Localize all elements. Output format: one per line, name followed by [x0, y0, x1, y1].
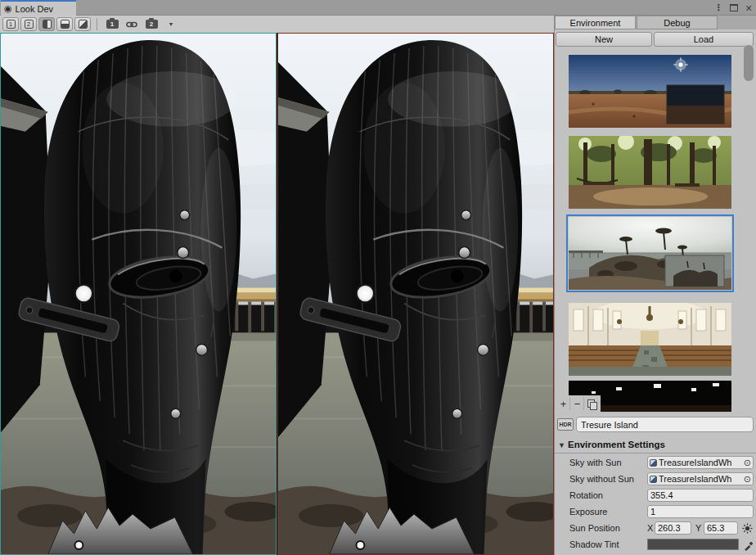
duplicate-icon	[587, 399, 596, 408]
sun-y-axis-label: Y	[695, 521, 701, 535]
exposure-label: Exposure	[569, 504, 607, 519]
sun-icon	[742, 523, 753, 534]
camera-1-button[interactable]: 1	[103, 17, 121, 31]
title-bar: ◉ Look Dev ⋮ ×	[0, 0, 756, 16]
sky-with-sun-row: Sky with Sun TreasureIslandWh ⊙	[555, 455, 756, 470]
side-by-side-view-button[interactable]	[38, 17, 55, 31]
camera-2-icon: 2	[146, 20, 158, 29]
sky-without-sun-label: Sky without Sun	[569, 472, 634, 486]
render-viewport[interactable]	[0, 33, 554, 555]
window-menu-icon[interactable]: ⋮	[712, 0, 725, 16]
tab-debug[interactable]: Debug	[637, 16, 718, 29]
add-hdri-button[interactable]: +	[557, 397, 570, 410]
sun-x-axis-label: X	[647, 521, 653, 535]
render-scene-1	[1, 34, 276, 554]
tab-environment[interactable]: Environment	[555, 16, 636, 29]
new-button[interactable]: New	[556, 32, 652, 47]
render-view-2[interactable]	[277, 33, 554, 555]
sun-x-field[interactable]	[655, 521, 691, 535]
hdri-thumbnail-forest[interactable]	[569, 136, 731, 209]
sky-with-sun-label: Sky with Sun	[569, 455, 622, 470]
cubemap-icon	[650, 459, 657, 467]
camera-1-icon: 1	[106, 20, 119, 29]
sun-y-field[interactable]	[704, 521, 738, 535]
diagonal-split-icon	[79, 20, 88, 29]
desert-hdri-image	[569, 55, 731, 128]
tab-title: Look Dev	[16, 4, 53, 14]
camera-2-button[interactable]: 2	[142, 17, 160, 31]
thumbnail-scrollbar[interactable]	[744, 45, 754, 81]
eyedropper-button[interactable]	[742, 539, 754, 551]
panel-tab-strip: Environment Debug	[555, 16, 756, 29]
hdri-thumbnail-desert[interactable]	[569, 55, 731, 128]
tab-look-dev[interactable]: ◉ Look Dev	[1, 0, 76, 16]
hdri-list-actions: + −	[555, 395, 601, 412]
zone-view-button[interactable]	[74, 17, 91, 31]
hdri-thumbnail-treasure-island[interactable]	[569, 217, 731, 290]
hdri-thumbnail-church[interactable]	[569, 303, 731, 376]
hdr-name-row: HDR	[555, 416, 756, 433]
hdr-name-field[interactable]	[576, 417, 754, 432]
lookdev-toolbar: 1 2 1 2 ▼	[0, 16, 554, 33]
split-view-button[interactable]	[56, 17, 73, 31]
exposure-row: Exposure	[555, 504, 756, 519]
hdr-badge: HDR	[557, 418, 574, 431]
rotation-label: Rotation	[569, 488, 603, 503]
toolbar-separator	[97, 18, 97, 30]
single-view-2-button[interactable]: 2	[20, 17, 37, 31]
chevron-down-icon: ▼	[169, 21, 174, 27]
load-button[interactable]: Load	[654, 32, 754, 47]
sky-without-sun-object-field[interactable]: TreasureIslandWh ⊙	[647, 472, 754, 485]
object-picker-icon[interactable]: ⊙	[744, 475, 751, 484]
exposure-field[interactable]	[647, 505, 754, 518]
sun-gizmo-button[interactable]	[741, 522, 754, 535]
maximize-icon[interactable]	[727, 0, 740, 16]
hdri-thumbnail-list	[555, 49, 756, 412]
render-view-1[interactable]	[0, 33, 277, 555]
environment-settings-header[interactable]: ▼ Environment Settings	[555, 439, 756, 453]
camera-dropdown-button[interactable]: ▼	[162, 17, 180, 31]
vertical-split-icon	[43, 20, 52, 29]
link-icon	[126, 21, 137, 28]
treasure-island-hdri-image	[569, 217, 731, 290]
horizontal-split-icon	[61, 20, 70, 29]
lookdev-window: ◉ Look Dev ⋮ × 1 2 1 2 ▼	[0, 0, 756, 555]
island-inset-preview	[665, 255, 724, 287]
eyedropper-icon	[743, 539, 754, 551]
shadow-tint-label: Shadow Tint	[569, 537, 619, 552]
sky-without-sun-row: Sky without Sun TreasureIslandWh ⊙	[555, 472, 756, 486]
rotation-row: Rotation	[555, 488, 756, 503]
render-scene-2	[278, 34, 553, 554]
single-view-1-button[interactable]: 1	[2, 17, 19, 31]
shadow-tint-row: Shadow Tint	[555, 537, 756, 552]
forest-hdri-image	[569, 136, 731, 209]
church-hdri-image	[569, 303, 731, 376]
link-cameras-button[interactable]	[123, 17, 141, 31]
sun-position-label: Sun Position	[569, 521, 620, 535]
close-icon[interactable]: ×	[742, 0, 755, 16]
environment-panel: Environment Debug New Load	[554, 16, 756, 555]
rotation-field[interactable]	[647, 489, 754, 502]
lookdev-eye-icon: ◉	[4, 4, 12, 13]
cubemap-icon	[650, 476, 657, 483]
sun-position-row: Sun Position X Y	[555, 521, 756, 535]
duplicate-hdri-button[interactable]	[585, 397, 598, 410]
foldout-triangle-icon[interactable]: ▼	[558, 441, 565, 449]
object-picker-icon[interactable]: ⊙	[744, 458, 751, 467]
desert-inset-preview	[667, 85, 724, 124]
shadow-tint-swatch[interactable]	[647, 539, 739, 550]
sky-with-sun-object-field[interactable]: TreasureIslandWh ⊙	[647, 456, 754, 469]
environment-settings-title: Environment Settings	[568, 440, 665, 449]
remove-hdri-button[interactable]: −	[571, 397, 584, 410]
